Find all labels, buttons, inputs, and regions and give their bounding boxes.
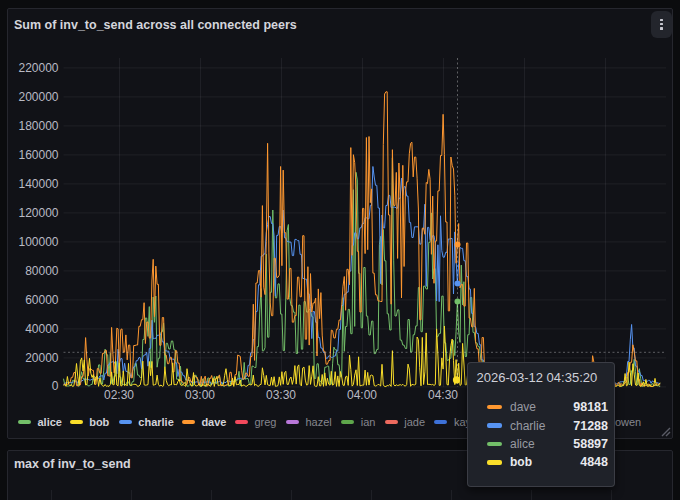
svg-text:160000: 160000	[18, 148, 58, 162]
svg-text:60000: 60000	[25, 293, 59, 307]
svg-text:03:30: 03:30	[266, 388, 296, 402]
svg-text:120000: 120000	[18, 206, 58, 220]
svg-text:0: 0	[52, 379, 59, 393]
svg-text:02:30: 02:30	[104, 388, 134, 402]
svg-text:180000: 180000	[18, 119, 58, 133]
svg-text:04:00: 04:00	[347, 388, 377, 402]
svg-text:80000: 80000	[25, 264, 59, 278]
svg-text:220000: 220000	[18, 61, 58, 75]
svg-text:20000: 20000	[25, 351, 59, 365]
svg-text:100000: 100000	[18, 235, 58, 249]
svg-text:140000: 140000	[18, 177, 58, 191]
svg-text:04:30: 04:30	[428, 388, 458, 402]
svg-text:40000: 40000	[25, 322, 59, 336]
svg-text:200000: 200000	[18, 90, 58, 104]
svg-text:03:00: 03:00	[185, 388, 215, 402]
